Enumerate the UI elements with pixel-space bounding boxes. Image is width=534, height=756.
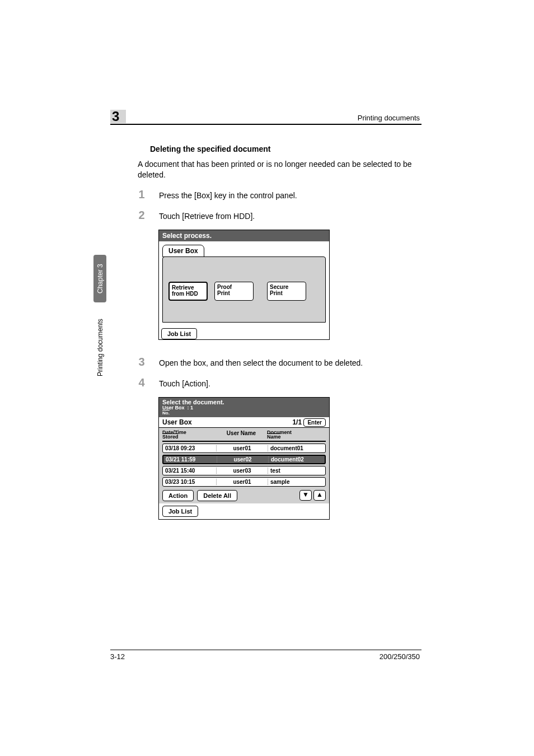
step-1-num: 1 <box>138 188 146 201</box>
side-tab-chapter: Chapter 3 <box>93 255 106 302</box>
panel2-actions: Action Delete All ▼ ▲ <box>162 490 326 501</box>
cell-doc: document01 <box>268 445 324 451</box>
step-3-text: Open the box, and then select the docume… <box>159 358 363 367</box>
page-indicator: 1/1 <box>292 418 302 426</box>
step-1: 1 Press the [Box] key in the control pan… <box>138 188 422 201</box>
footer-rule <box>110 650 421 650</box>
cell-date: 03/21 11:59 <box>163 456 217 463</box>
step-1-text: Press the [Box] key in the control panel… <box>159 191 297 200</box>
table-row[interactable]: 03/21 11:59 user02 document02 <box>162 455 326 464</box>
panel2-titlebar: Select the document.User Box : 1No. <box>159 398 329 417</box>
cell-user: user02 <box>217 456 268 463</box>
panel2-subhead-label: User Box <box>162 418 192 426</box>
col-doc-header: Document Name <box>267 430 323 440</box>
side-tab: Chapter 3 Printing documents <box>93 255 106 390</box>
secure-print-button[interactable]: Secure Print <box>267 282 306 301</box>
proof-l2: Print <box>217 290 251 297</box>
panel1-inner: Retrieve from HDD Proof Print Secure Pri… <box>162 256 326 323</box>
step-4: 4 Touch [Action]. <box>138 376 422 389</box>
header-rule <box>110 124 421 125</box>
action-button[interactable]: Action <box>162 490 194 501</box>
panel1-titlebar: Select process. <box>159 230 329 241</box>
retrieve-l2: from HDD <box>172 291 204 297</box>
step-2-num: 2 <box>138 209 146 222</box>
cell-doc: sample <box>268 479 324 485</box>
cell-user: user03 <box>216 468 268 474</box>
chapter-number: 3 <box>112 109 119 124</box>
step-2: 2 Touch [Retrieve from HDD]. <box>138 209 422 222</box>
cell-user: user01 <box>216 445 268 451</box>
select-document-panel: Select the document.User Box : 1No. .pan… <box>158 397 330 520</box>
header-title: Printing documents <box>358 114 420 122</box>
step-2-text: Touch [Retrieve from HDD]. <box>159 212 255 221</box>
cell-doc: document02 <box>268 456 324 463</box>
job-list-button-2[interactable]: Job List <box>162 506 198 517</box>
retrieve-from-hdd-button[interactable]: Retrieve from HDD <box>168 282 208 301</box>
step-4-num: 4 <box>138 376 146 389</box>
cell-date: 03/23 10:15 <box>163 479 216 485</box>
panel2-title-line1: Select the document. <box>162 399 326 405</box>
retrieve-l1: Retrieve <box>172 284 204 291</box>
cell-date: 03/21 15:40 <box>163 468 216 474</box>
section-intro: A document that has been printed or is n… <box>138 159 422 180</box>
table-header: Date/Time Stored User Name Document Name <box>162 430 326 442</box>
cell-user: user01 <box>216 479 268 485</box>
job-list-button-1[interactable]: Job List <box>161 328 197 339</box>
delete-all-button[interactable]: Delete All <box>197 490 237 501</box>
col-date-header: Date/Time Stored <box>162 430 216 440</box>
proof-print-button[interactable]: Proof Print <box>214 282 254 301</box>
col-user-header: User Name <box>216 430 267 440</box>
enter-button[interactable]: Enter <box>303 418 326 427</box>
footer-page: 3-12 <box>110 652 125 661</box>
arrow-down-button[interactable]: ▼ <box>299 490 312 501</box>
step-3: 3 Open the box, and then select the docu… <box>138 356 422 368</box>
scroll-arrows: ▼ ▲ <box>299 490 326 501</box>
panel2-body: Date/Time Stored User Name Document Name… <box>159 428 329 503</box>
panel1-body: User Box Retrieve from HDD Proof Print S… <box>159 241 329 326</box>
panel2-title-line2: User Box : 1No. <box>162 405 326 416</box>
table-row[interactable]: 03/18 09:23 user01 document01 <box>162 444 326 453</box>
secure-l1: Secure <box>270 284 303 291</box>
arrow-up-button[interactable]: ▲ <box>313 490 326 501</box>
user-box-tab[interactable]: User Box <box>162 245 204 257</box>
footer-model: 200/250/350 <box>380 652 420 661</box>
step-3-num: 3 <box>138 356 146 368</box>
panel2-subheader: User Box 1/1 Enter <box>159 417 329 428</box>
section-title: Deleting the specified document <box>150 144 422 153</box>
select-process-panel: Select process. User Box Retrieve from H… <box>158 230 330 340</box>
table-row[interactable]: 03/23 10:15 user01 sample <box>162 477 326 487</box>
secure-l2: Print <box>270 290 303 297</box>
step-4-text: Touch [Action]. <box>159 379 210 388</box>
main-content: Deleting the specified document A docume… <box>138 144 422 520</box>
cell-doc: test <box>268 468 324 474</box>
table-row[interactable]: 03/21 15:40 user03 test <box>162 466 326 475</box>
cell-date: 03/18 09:23 <box>163 445 216 451</box>
side-tab-title: Printing documents <box>93 306 106 390</box>
proof-l1: Proof <box>217 284 251 291</box>
